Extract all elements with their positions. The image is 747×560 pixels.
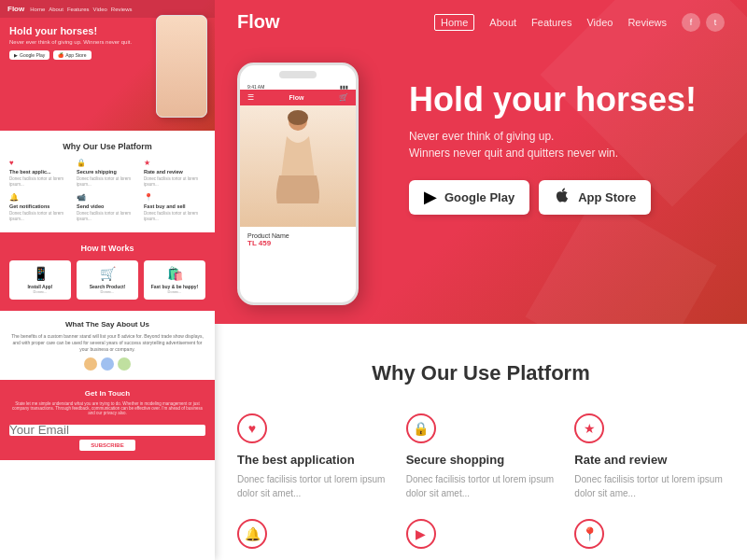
left-feature-2: 🔒 Secure shipping Donec facilisis tortor… bbox=[77, 159, 138, 188]
left-f1-title: The best applic... bbox=[9, 169, 51, 175]
left-f5-title: Send video bbox=[77, 203, 104, 209]
nav-link-reviews[interactable]: Reviews bbox=[627, 17, 667, 28]
person-silhouette bbox=[270, 110, 326, 222]
apple-store-icon bbox=[554, 187, 571, 208]
left-how-title: How It Works bbox=[9, 244, 205, 253]
left-how-search-desc: Donec... bbox=[80, 289, 134, 294]
video-feature-icon: ▶ bbox=[406, 519, 436, 549]
left-phone-inner bbox=[157, 16, 206, 117]
left-testimonial: What The Say About Us The benefits of a … bbox=[0, 311, 215, 380]
left-f1-desc: Donec facilisis tortor ut lorem ipsum... bbox=[9, 176, 71, 188]
install-icon: 📱 bbox=[13, 266, 67, 281]
hero-subtitle: Never ever think of giving up. Winners n… bbox=[409, 128, 725, 161]
left-subscribe-button[interactable]: SUBSCRIBE bbox=[79, 440, 134, 451]
google-play-label: Google Play bbox=[444, 190, 514, 204]
phone-product-price: TL 459 bbox=[247, 239, 348, 247]
why-section-title: Why Our Use Platform bbox=[237, 361, 725, 385]
hero-text-area: Hold your horses! Never ever think of gi… bbox=[409, 63, 725, 215]
left-how-install-desc: Donec... bbox=[13, 289, 67, 294]
right-nav: Flow Home About Features Video Reviews f… bbox=[215, 0, 747, 44]
feature-video: ▶ Send video Donec facilisis tortor ut l… bbox=[406, 519, 557, 560]
facebook-icon[interactable]: f bbox=[682, 13, 700, 32]
left-how-buy: 🛍️ Fast buy & be happy! Donec... bbox=[144, 260, 205, 300]
feature-notifications: 🔔 Get notifications Donec facilisis tort… bbox=[237, 519, 388, 560]
left-nav-home: Home bbox=[30, 7, 45, 12]
left-contact-title: Get In Touch bbox=[9, 389, 205, 398]
star-icon: ★ bbox=[144, 159, 150, 167]
store-buttons: ▶ Google Play App Store bbox=[409, 180, 725, 215]
left-f4-title: Get notifications bbox=[9, 203, 49, 209]
feature-fast-buy: 📍 Fast buy and sell. Donec facilisis tor… bbox=[574, 519, 725, 560]
left-nav-reviews: Reviews bbox=[111, 7, 133, 12]
app-store-label: App Store bbox=[578, 190, 636, 204]
left-nav-about: About bbox=[49, 7, 63, 12]
left-why-title: Why Our Use Platform bbox=[9, 142, 205, 151]
play-icon: ▶ bbox=[14, 52, 18, 58]
bell-icon: 🔔 bbox=[9, 193, 19, 202]
left-how-items: 📱 Install App! Donec... 🛒 Search Product… bbox=[9, 260, 205, 300]
feature-best-app: ♥ The best application Donec facilisis t… bbox=[237, 413, 388, 500]
nav-link-features[interactable]: Features bbox=[531, 17, 571, 28]
left-f6-desc: Donec facilisis tortor ut lorem ipsum... bbox=[144, 211, 205, 222]
svg-point-1 bbox=[288, 110, 308, 125]
cart-icon: 🛒 bbox=[80, 266, 134, 281]
feature-rate: ★ Rate and review Donec facilisis tortor… bbox=[574, 413, 725, 500]
google-play-button[interactable]: ▶ Google Play bbox=[409, 180, 529, 215]
phone-battery: ▮▮▮ bbox=[340, 84, 348, 90]
phone-notch bbox=[279, 71, 317, 78]
left-feature-6: 📍 Fast buy and sell Donec facilisis tort… bbox=[144, 193, 205, 222]
phone-product-name: Product Name bbox=[247, 232, 348, 239]
left-google-play-label: Google Play bbox=[20, 52, 45, 58]
left-f3-title: Rate and review bbox=[144, 169, 183, 175]
left-logo: Flow bbox=[7, 5, 24, 13]
right-logo: Flow bbox=[237, 11, 280, 33]
features-grid: ♥ The best application Donec facilisis t… bbox=[237, 413, 725, 560]
phone-app-header: ☰ Flow 🛒 bbox=[240, 90, 356, 105]
lock-icon: 🔒 bbox=[77, 159, 86, 167]
left-feature-1: ♥ The best applic... Donec facilisis tor… bbox=[9, 159, 71, 188]
left-feature-3: ★ Rate and review Donec facilisis tortor… bbox=[144, 159, 205, 188]
left-how-install: 📱 Install App! Donec... bbox=[9, 260, 71, 300]
hero-subtitle-line2: Winners never quit and quitters never wi… bbox=[409, 147, 618, 160]
left-phone bbox=[156, 15, 207, 118]
phone-app-name: Flow bbox=[289, 94, 304, 101]
feature-secure: 🔒 Secure shopping Donec facilisis tortor… bbox=[406, 413, 557, 500]
left-contact-section: Get In Touch State let me simple underst… bbox=[0, 380, 215, 460]
why-section: Why Our Use Platform ♥ The best applicat… bbox=[215, 324, 747, 560]
left-f2-desc: Donec facilisis tortor ut lorem ipsum... bbox=[77, 176, 138, 188]
left-app-store-btn: 🍎 App Store bbox=[53, 50, 91, 60]
nav-link-video[interactable]: Video bbox=[586, 17, 613, 28]
hero-subtitle-line1: Never ever think of giving up. bbox=[409, 130, 554, 143]
left-test-title: What The Say About Us bbox=[9, 320, 205, 329]
right-nav-links: Home About Features Video Reviews bbox=[434, 14, 667, 31]
twitter-icon[interactable]: t bbox=[706, 13, 725, 32]
left-features-grid: ♥ The best applic... Donec facilisis tor… bbox=[9, 159, 205, 221]
feature-rate-desc: Donec facilisis tortor ut lorem ipsum do… bbox=[574, 472, 725, 500]
right-hero-content: 9:41 AM ▮▮▮ ☰ Flow 🛒 bbox=[215, 44, 747, 324]
left-hero-content: Hold your horses! Never ever think of gi… bbox=[0, 18, 215, 67]
hero-main-title: Hold your horses! bbox=[409, 81, 725, 119]
left-why-section: Why Our Use Platform ♥ The best applic..… bbox=[0, 131, 215, 232]
left-google-play-btn: ▶ Google Play bbox=[9, 50, 49, 60]
nav-link-about[interactable]: About bbox=[489, 17, 516, 28]
star-feature-icon: ★ bbox=[574, 413, 604, 443]
bell-feature-icon: 🔔 bbox=[237, 519, 267, 549]
left-f6-title: Fast buy and sell bbox=[144, 203, 186, 209]
heart-feature-icon: ♥ bbox=[237, 413, 267, 443]
right-nav-social: f t bbox=[682, 13, 725, 32]
left-how-section: How It Works 📱 Install App! Donec... 🛒 S… bbox=[0, 232, 215, 311]
left-hero: Flow Home About Features Video Reviews H… bbox=[0, 0, 215, 131]
left-email-input[interactable] bbox=[9, 425, 205, 436]
left-f3-desc: Donec facilisis tortor ut lorem ipsum... bbox=[144, 176, 205, 188]
pin-icon: 📍 bbox=[144, 193, 153, 202]
left-app-store-label: App Store bbox=[65, 52, 86, 58]
left-nav-video: Video bbox=[93, 7, 107, 12]
heart-icon: ♥ bbox=[9, 159, 14, 167]
phone-mockup-container: 9:41 AM ▮▮▮ ☰ Flow 🛒 bbox=[237, 63, 387, 305]
apple-icon: 🍎 bbox=[58, 52, 63, 58]
right-hero: Flow Home About Features Video Reviews f… bbox=[215, 0, 747, 324]
avatar-3 bbox=[118, 357, 131, 371]
nav-link-home[interactable]: Home bbox=[434, 14, 474, 31]
avatar-1 bbox=[84, 357, 97, 371]
app-store-button[interactable]: App Store bbox=[539, 180, 651, 215]
